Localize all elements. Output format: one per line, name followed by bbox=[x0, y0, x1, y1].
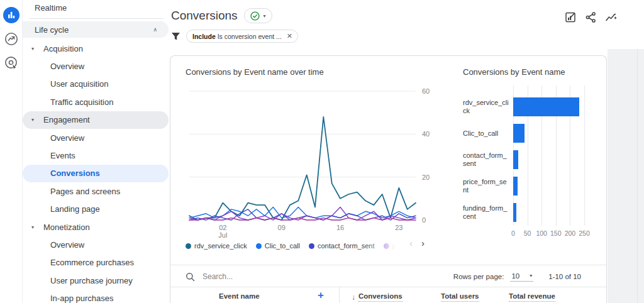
sidebar-item-events[interactable]: Events bbox=[23, 146, 169, 164]
bar-category-label: contact_form_sent bbox=[463, 152, 513, 168]
filter-funnel-icon[interactable] bbox=[171, 32, 180, 41]
bar-price-form-sent[interactable] bbox=[513, 177, 518, 196]
sidebar-item-acquisition[interactable]: ▾Acquisition bbox=[23, 40, 169, 57]
column-header-total-users[interactable]: Total users bbox=[441, 292, 479, 302]
line-chart-x-axis: 02Jul091623 bbox=[189, 224, 416, 241]
sidebar-item-monetization[interactable]: ▾Monetization bbox=[23, 218, 169, 236]
bar-track bbox=[513, 97, 589, 116]
close-icon[interactable]: ✕ bbox=[287, 32, 292, 40]
column-header-event-name[interactable]: Event name bbox=[219, 292, 260, 300]
line-chart[interactable] bbox=[189, 91, 416, 220]
collection-label: Life cycle bbox=[35, 25, 69, 35]
bar-x-tick-label: 250 bbox=[576, 229, 592, 237]
sidebar-collection-life-cycle[interactable]: Life cycle ∧ bbox=[23, 21, 169, 38]
legend-dot-icon bbox=[384, 243, 389, 249]
legend-dot-icon bbox=[186, 243, 191, 249]
sidebar-item-in-app-purchases[interactable]: In-app purchases bbox=[23, 289, 169, 303]
rows-per-page-label: Rows per page: bbox=[453, 273, 504, 280]
bar-clic-to-call[interactable] bbox=[513, 124, 525, 143]
conversions-report-card: Conversions by Event name over time 0204… bbox=[170, 55, 607, 303]
legend-item-clic-to-call[interactable]: Clic_to_call bbox=[256, 242, 300, 250]
legend-label: Clic_to_call bbox=[265, 242, 300, 250]
sidebar-item-label: User acquisition bbox=[50, 79, 109, 89]
expand-arrow-icon[interactable]: ▾ bbox=[31, 117, 43, 123]
add-column-icon[interactable]: + bbox=[318, 289, 324, 302]
bar-category-label: price_form_sent bbox=[463, 178, 513, 194]
bar-row-contact-form-sent: contact_form_sent bbox=[463, 146, 589, 173]
sidebar-item-landing-page[interactable]: Landing page bbox=[23, 201, 169, 218]
sort-desc-icon: ↓ bbox=[352, 293, 355, 302]
x-axis-tick-label: 02Jul bbox=[211, 224, 234, 239]
advertising-icon[interactable] bbox=[3, 55, 19, 71]
bar-contact-form-sent[interactable] bbox=[513, 150, 518, 169]
legend-item-price-form-sent[interactable]: price_form_sent bbox=[384, 242, 408, 250]
bar-funding-form-cent[interactable] bbox=[513, 203, 516, 222]
bar-chart[interactable]: rdv_service_clickClic_to_callcontact_for… bbox=[463, 56, 607, 245]
y-axis-tick-label: 40 bbox=[422, 130, 430, 138]
filter-chip-text: Include Is conversion event ... bbox=[192, 33, 282, 40]
bar-row-funding-form-cent: funding_form_cent bbox=[463, 199, 589, 226]
y-axis-tick-label: 20 bbox=[422, 174, 430, 181]
legend-item-rdv-service-click[interactable]: rdv_service_click bbox=[186, 242, 247, 250]
insights-icon[interactable] bbox=[605, 11, 618, 23]
sidebar-item-pages-and-screens[interactable]: Pages and screens bbox=[23, 182, 169, 200]
bar-category-label: Clic_to_call bbox=[463, 129, 513, 138]
sidebar-item-label: Pages and screens bbox=[50, 187, 120, 196]
sidebar-item-engagement[interactable]: ▾Engagement bbox=[23, 111, 169, 129]
bar-track bbox=[513, 203, 589, 222]
search-input[interactable] bbox=[201, 272, 342, 282]
sidebar-item-traffic-acquisition[interactable]: Traffic acquisition bbox=[23, 93, 169, 111]
sidebar-item-overview[interactable]: Overview bbox=[23, 129, 169, 146]
sidebar-item-label: Monetization bbox=[43, 223, 90, 232]
caret-down-icon: ▾ bbox=[264, 13, 266, 19]
chevron-right-icon[interactable]: › bbox=[421, 238, 425, 248]
x-axis-tick-label: 16 bbox=[329, 224, 352, 231]
caret-down-icon: ▾ bbox=[530, 273, 532, 278]
expand-arrow-icon[interactable]: ▾ bbox=[31, 46, 43, 52]
sidebar-item-ecommerce-purchases[interactable]: Ecommerce purchases bbox=[23, 254, 169, 272]
bar-category-label: rdv_service_click bbox=[463, 99, 513, 115]
reports-icon[interactable] bbox=[3, 7, 19, 23]
bar-track bbox=[513, 124, 589, 143]
rows-per-page-value: 10 bbox=[511, 272, 519, 280]
sidebar-item-realtime[interactable]: Realtime bbox=[23, 0, 170, 16]
gutter-divider bbox=[637, 49, 638, 303]
sidebar-item-overview[interactable]: Overview bbox=[23, 57, 169, 75]
pagination-range: 1-10 of 10 bbox=[548, 273, 581, 280]
main-content: Conversions ▾ Include Is conversion even… bbox=[170, 0, 644, 303]
expand-arrow-icon[interactable]: ▾ bbox=[31, 224, 43, 230]
share-icon[interactable] bbox=[585, 11, 597, 23]
sidebar-item-label: In-app purchases bbox=[50, 294, 113, 303]
sidebar-item-label: Overview bbox=[50, 62, 84, 71]
filter-chip[interactable]: Include Is conversion event ... ✕ bbox=[186, 30, 298, 43]
sidebar-item-label: Acquisition bbox=[43, 44, 83, 53]
column-header-conversions[interactable]: ↓ Conversions bbox=[352, 292, 402, 302]
sidebar-item-label: Overview bbox=[50, 240, 84, 250]
header-actions bbox=[565, 11, 618, 23]
explore-icon[interactable] bbox=[3, 31, 19, 47]
bar-category-label: funding_form_cent bbox=[463, 204, 513, 221]
legend-item-contact-form-sent[interactable]: contact_form_sent bbox=[309, 242, 375, 250]
sidebar-item-overview[interactable]: Overview bbox=[23, 236, 169, 253]
y-axis-tick-label: 60 bbox=[422, 87, 430, 95]
page-title: Conversions bbox=[171, 9, 238, 23]
customize-report-icon[interactable] bbox=[565, 11, 577, 23]
sidebar-item-label: Conversions bbox=[50, 168, 100, 178]
bar-rdv-service-click[interactable] bbox=[513, 97, 579, 116]
conversion-status-badge[interactable]: ▾ bbox=[244, 8, 272, 23]
sidebar-item-conversions[interactable]: Conversions bbox=[23, 165, 169, 182]
pagination-controls: Rows per page: 10 ▾ 1-10 of 10 bbox=[453, 268, 581, 285]
chevron-left-icon[interactable]: ‹ bbox=[409, 238, 413, 248]
bar-chart-rows: rdv_service_clickClic_to_callcontact_for… bbox=[463, 94, 589, 226]
bar-row-price-form-sent: price_form_sent bbox=[463, 173, 589, 199]
sidebar-item-user-purchase-journey[interactable]: User purchase journey bbox=[23, 272, 169, 289]
bar-row-clic-to-call: Clic_to_call bbox=[463, 120, 589, 146]
sidebar-item-label: Events bbox=[50, 151, 75, 160]
rows-per-page-select[interactable]: 10 ▾ bbox=[510, 272, 533, 282]
events-table-header: Event name + ↓ Conversions Total users T… bbox=[170, 287, 606, 303]
x-axis-tick-label: 23 bbox=[387, 224, 410, 231]
chevron-up-icon[interactable]: ∧ bbox=[153, 26, 157, 33]
sidebar-item-user-acquisition[interactable]: User acquisition bbox=[23, 75, 169, 93]
sidebar-item-label: Ecommerce purchases bbox=[50, 258, 134, 267]
column-header-total-revenue[interactable]: Total revenue bbox=[509, 292, 555, 302]
